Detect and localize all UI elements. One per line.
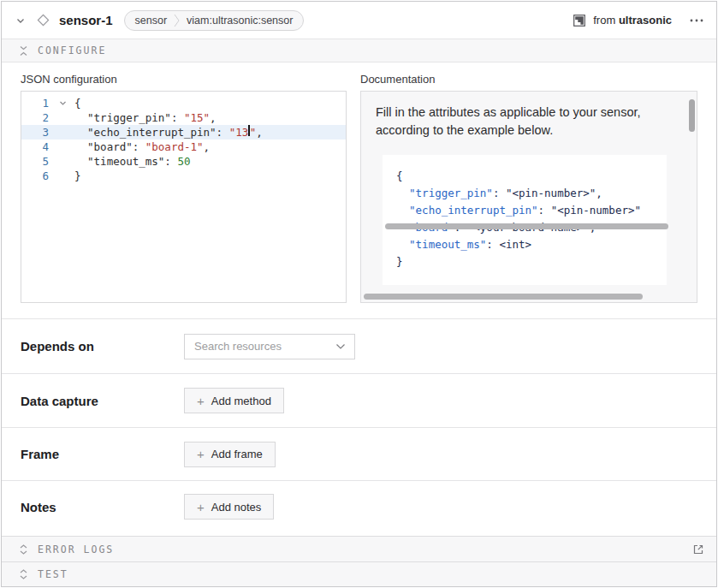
scrollbar-thumb[interactable] <box>385 223 668 229</box>
panel-horizontal-scrollbar[interactable] <box>364 294 694 300</box>
plus-icon: + <box>197 395 205 407</box>
data-capture-label: Data capture <box>21 394 184 408</box>
frame-label: Frame <box>21 447 184 461</box>
ellipsis-icon <box>689 18 704 23</box>
doc-json-value: : "<pin-number>" <box>538 204 641 217</box>
depends-on-select[interactable]: Search resources <box>184 334 355 359</box>
test-section-title: TEST <box>38 568 68 580</box>
json-value: "board-1" <box>145 140 204 154</box>
collapse-section-icon <box>19 45 28 56</box>
documentation-panel: Fill in the attributes as applicable to … <box>360 91 697 303</box>
depends-on-placeholder: Search resources <box>194 340 335 353</box>
json-config-column: JSON configuration 1 { 2 "trigger_pin": … <box>21 73 347 303</box>
json-value: "15" <box>184 110 210 125</box>
line-number: 2 <box>21 110 59 125</box>
editor-line-5: 5 "timeout_ms": 50 <box>21 154 346 169</box>
component-type-badge: sensor viam:ultrasonic:sensor <box>124 10 305 31</box>
documentation-column: Documentation Fill in the attributes as … <box>360 73 697 303</box>
component-header: sensor-1 sensor viam:ultrasonic:sensor f… <box>2 2 716 39</box>
add-method-button[interactable]: + Add method <box>184 388 284 413</box>
component-card: sensor-1 sensor viam:ultrasonic:sensor f… <box>1 1 717 587</box>
module-icon <box>573 14 586 27</box>
component-diamond-icon <box>35 12 51 28</box>
json-number-value: 50 <box>177 154 190 169</box>
json-code-editor[interactable]: 1 { 2 "trigger_pin": "15", 3 "echo_inter… <box>21 91 347 303</box>
configure-section-title: CONFIGURE <box>38 45 106 56</box>
from-word: from <box>593 14 615 27</box>
external-link-icon <box>692 543 704 555</box>
colon: : <box>164 154 177 169</box>
documentation-code-block: { "trigger_pin": "<pin-number>", "echo_i… <box>383 155 667 285</box>
badge-chevron-separator-icon <box>174 14 180 27</box>
editor-line-6: 6} <box>21 169 346 183</box>
editor-line-2: 2 "trigger_pin": "15", <box>21 110 346 125</box>
add-method-label: Add method <box>211 395 271 407</box>
component-menu-button[interactable] <box>687 16 706 25</box>
component-model: viam:ultrasonic:sensor <box>187 15 293 27</box>
configure-panel: JSON configuration 1 { 2 "trigger_pin": … <box>2 62 716 536</box>
json-key: "trigger_pin" <box>74 110 171 125</box>
component-type: sensor <box>135 15 168 27</box>
doc-open-brace: { <box>396 169 403 182</box>
colon: : <box>133 140 145 154</box>
line-number: 3 <box>21 125 59 140</box>
add-frame-button[interactable]: + Add frame <box>184 442 276 467</box>
depends-on-row: Depends on Search resources <box>2 318 716 373</box>
documentation-intro: Fill in the attributes as applicable to … <box>361 92 682 140</box>
doc-json-key: "trigger_pin" <box>396 187 493 199</box>
json-key: "timeout_ms" <box>74 154 164 169</box>
chevron-down-icon <box>15 15 26 26</box>
line-number: 5 <box>21 154 59 169</box>
error-logs-section-title: ERROR LOGS <box>38 543 114 555</box>
colon: : <box>217 125 229 140</box>
plus-icon: + <box>197 501 205 514</box>
panel-vertical-scrollbar[interactable] <box>689 93 695 299</box>
comma: , <box>204 140 211 154</box>
editor-line-4: 4 "board": "board-1", <box>21 140 346 154</box>
depends-on-label: Depends on <box>21 339 184 353</box>
json-key: "board" <box>74 140 133 154</box>
json-value-quote: " <box>250 125 257 140</box>
documentation-label: Documentation <box>360 73 697 86</box>
editor-line-1: 1 { <box>21 96 346 110</box>
open-logs-external-button[interactable] <box>691 542 706 557</box>
doc-json-value: : "<pin-number>", <box>493 187 602 199</box>
add-frame-label: Add frame <box>211 448 263 460</box>
attribute-rows: Depends on Search resources Data capture… <box>2 318 716 532</box>
close-brace: } <box>74 169 81 183</box>
frame-row: Frame + Add frame <box>2 427 716 480</box>
line-number: 4 <box>21 140 59 154</box>
fold-chevron-icon[interactable] <box>59 96 74 110</box>
add-notes-label: Add notes <box>211 501 262 514</box>
comma: , <box>256 125 263 140</box>
scrollbar-thumb[interactable] <box>689 99 695 132</box>
json-key: "echo_interrupt_pin" <box>74 125 217 140</box>
doc-json-key: "timeout_ms" <box>396 238 486 251</box>
line-number: 6 <box>21 169 59 183</box>
json-value: "13 <box>229 125 249 140</box>
expand-section-icon <box>19 568 28 580</box>
colon: : <box>171 110 184 125</box>
configure-section-bar[interactable]: CONFIGURE <box>2 39 716 62</box>
error-logs-section-bar[interactable]: ERROR LOGS <box>2 536 716 561</box>
module-name: ultrasonic <box>619 14 672 27</box>
doc-json-value: : <int> <box>486 238 531 251</box>
chevron-down-icon <box>335 343 346 350</box>
notes-label: Notes <box>21 500 184 514</box>
from-module-label: from ultrasonic <box>593 14 672 27</box>
doc-close-brace: } <box>396 255 403 268</box>
line-number: 1 <box>21 96 59 110</box>
plus-icon: + <box>197 448 205 460</box>
test-section-bar[interactable]: TEST <box>2 561 716 586</box>
collapse-chevron-button[interactable] <box>14 14 27 27</box>
json-config-label: JSON configuration <box>21 73 347 86</box>
comma: , <box>210 110 217 125</box>
scrollbar-thumb[interactable] <box>364 294 643 300</box>
expand-section-icon <box>19 543 28 555</box>
doc-json-key: "echo_interrupt_pin" <box>396 204 538 217</box>
open-brace: { <box>74 96 81 110</box>
component-name: sensor-1 <box>59 13 113 27</box>
notes-row: Notes + Add notes <box>2 480 716 532</box>
add-notes-button[interactable]: + Add notes <box>184 494 274 520</box>
code-horizontal-scrollbar[interactable] <box>385 223 690 229</box>
